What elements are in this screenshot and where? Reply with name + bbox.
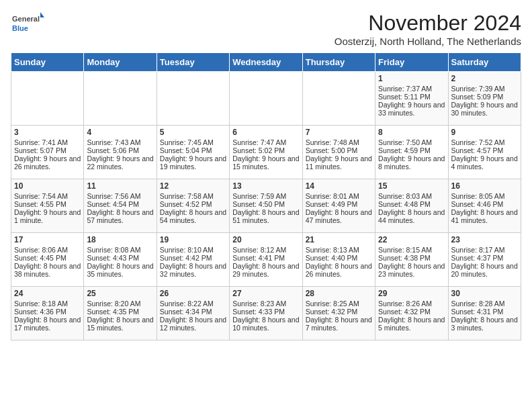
day-info-line: Sunset: 4:43 PM (87, 254, 153, 262)
day-info-line: Daylight: 8 hours and 38 minutes. (14, 262, 81, 278)
day-info-line: Sunset: 4:40 PM (306, 254, 372, 262)
day-info-line: Daylight: 8 hours and 41 minutes. (451, 208, 518, 224)
day-number: 8 (378, 128, 445, 137)
day-number: 7 (306, 128, 372, 137)
day-number: 1 (378, 74, 445, 83)
day-number: 3 (14, 128, 81, 137)
day-info-line: Sunset: 5:00 PM (306, 146, 372, 154)
day-info-line: Sunset: 4:55 PM (14, 200, 81, 208)
day-info-line: Sunset: 4:33 PM (232, 308, 299, 316)
day-info-line: Sunrise: 8:10 AM (160, 246, 226, 254)
day-number: 18 (87, 235, 153, 244)
logo-svg: General Blue (11, 11, 44, 38)
day-info-line: Sunset: 4:34 PM (160, 308, 226, 316)
calendar-header-cell: Thursday (302, 53, 375, 72)
page-header: General Blue November 2024 Oosterzij, No… (11, 11, 521, 47)
day-info-line: Sunrise: 7:52 AM (451, 138, 518, 146)
day-info-line: Sunrise: 8:03 AM (378, 192, 445, 200)
day-number: 11 (87, 181, 153, 191)
day-info-line: Sunrise: 7:47 AM (232, 138, 299, 146)
day-number: 25 (87, 289, 153, 298)
day-info-line: Daylight: 9 hours and 19 minutes. (160, 154, 226, 171)
day-info-line: Sunset: 4:48 PM (378, 200, 445, 208)
day-info-line: Sunset: 5:02 PM (232, 146, 299, 154)
day-number: 4 (87, 128, 153, 137)
day-info-line: Sunset: 4:37 PM (451, 254, 518, 262)
day-info-line: Sunset: 4:54 PM (87, 200, 153, 208)
day-number: 12 (160, 181, 226, 191)
day-info-line: Sunrise: 7:50 AM (378, 138, 445, 146)
calendar-day-cell: 14Sunrise: 8:01 AMSunset: 4:49 PMDayligh… (302, 179, 375, 233)
day-info-line: Sunrise: 8:12 AM (232, 246, 299, 254)
calendar-week-row: 17Sunrise: 8:06 AMSunset: 4:45 PMDayligh… (11, 233, 521, 287)
day-info-line: Daylight: 8 hours and 54 minutes. (160, 208, 226, 224)
day-info-line: Sunrise: 7:41 AM (14, 138, 81, 146)
day-info-line: Sunrise: 8:13 AM (306, 246, 372, 254)
day-info-line: Daylight: 8 hours and 7 minutes. (306, 316, 372, 332)
day-info-line: Daylight: 8 hours and 10 minutes. (232, 316, 299, 332)
calendar-day-cell: 7Sunrise: 7:48 AMSunset: 5:00 PMDaylight… (302, 126, 375, 179)
day-info-line: Sunset: 4:42 PM (160, 254, 226, 262)
day-info-line: Daylight: 8 hours and 5 minutes. (378, 316, 445, 332)
calendar-day-cell: 17Sunrise: 8:06 AMSunset: 4:45 PMDayligh… (11, 233, 84, 287)
day-info-line: Sunrise: 7:48 AM (306, 138, 372, 146)
calendar-week-row: 3Sunrise: 7:41 AMSunset: 5:07 PMDaylight… (11, 126, 521, 179)
title-block: November 2024 Oosterzij, North Holland, … (335, 11, 521, 47)
day-info-line: Sunrise: 8:20 AM (87, 300, 153, 308)
calendar-day-cell: 20Sunrise: 8:12 AMSunset: 4:41 PMDayligh… (230, 233, 302, 287)
day-info-line: Daylight: 8 hours and 29 minutes. (232, 262, 299, 278)
day-info-line: Sunset: 5:04 PM (160, 146, 226, 154)
day-info-line: Sunrise: 8:15 AM (378, 246, 445, 254)
calendar-week-row: 1Sunrise: 7:37 AMSunset: 5:11 PMDaylight… (11, 72, 521, 126)
calendar-day-cell: 25Sunrise: 8:20 AMSunset: 4:35 PMDayligh… (84, 287, 157, 340)
day-info-line: Sunrise: 7:43 AM (87, 138, 153, 146)
calendar-day-cell: 8Sunrise: 7:50 AMSunset: 4:59 PMDaylight… (375, 126, 448, 179)
month-title: November 2024 (335, 11, 521, 36)
calendar-day-cell: 30Sunrise: 8:28 AMSunset: 4:31 PMDayligh… (448, 287, 521, 340)
calendar-week-row: 10Sunrise: 7:54 AMSunset: 4:55 PMDayligh… (11, 179, 521, 233)
calendar-table: SundayMondayTuesdayWednesdayThursdayFrid… (11, 52, 521, 340)
day-number: 17 (14, 235, 81, 244)
day-info-line: Daylight: 8 hours and 47 minutes. (306, 208, 372, 224)
calendar-header-cell: Friday (375, 53, 448, 72)
calendar-day-cell: 15Sunrise: 8:03 AMSunset: 4:48 PMDayligh… (375, 179, 448, 233)
day-info-line: Daylight: 8 hours and 51 minutes. (232, 208, 299, 224)
day-number: 15 (378, 181, 445, 191)
day-info-line: Sunset: 4:31 PM (451, 308, 518, 316)
svg-text:General: General (12, 15, 40, 23)
calendar-header-cell: Saturday (448, 53, 521, 72)
day-number: 19 (160, 235, 226, 244)
day-info-line: Daylight: 9 hours and 22 minutes. (87, 154, 153, 171)
day-number: 9 (451, 128, 518, 137)
day-info-line: Daylight: 9 hours and 8 minutes. (378, 154, 445, 171)
calendar-header-row: SundayMondayTuesdayWednesdayThursdayFrid… (11, 53, 521, 72)
day-info-line: Sunrise: 7:54 AM (14, 192, 81, 200)
day-number: 16 (451, 181, 518, 191)
calendar-day-cell: 5Sunrise: 7:45 AMSunset: 5:04 PMDaylight… (157, 126, 229, 179)
day-info-line: Daylight: 8 hours and 3 minutes. (451, 316, 518, 332)
day-info-line: Sunset: 4:45 PM (14, 254, 81, 262)
svg-text:Blue: Blue (12, 24, 28, 32)
calendar-day-cell: 24Sunrise: 8:18 AMSunset: 4:36 PMDayligh… (11, 287, 84, 340)
day-number: 22 (378, 235, 445, 244)
day-number: 2 (451, 74, 518, 83)
calendar-day-cell (84, 72, 157, 126)
day-info-line: Daylight: 8 hours and 35 minutes. (87, 262, 153, 278)
day-info-line: Daylight: 8 hours and 15 minutes. (87, 316, 153, 332)
day-info-line: Sunrise: 8:06 AM (14, 246, 81, 254)
day-info-line: Sunset: 4:46 PM (451, 200, 518, 208)
day-number: 30 (451, 289, 518, 298)
day-info-line: Sunrise: 8:01 AM (306, 192, 372, 200)
calendar-header-cell: Tuesday (157, 53, 229, 72)
day-info-line: Sunrise: 7:39 AM (451, 85, 518, 93)
day-number: 24 (14, 289, 81, 298)
location: Oosterzij, North Holland, The Netherland… (335, 36, 521, 47)
calendar-day-cell: 18Sunrise: 8:08 AMSunset: 4:43 PMDayligh… (84, 233, 157, 287)
calendar-body: 1Sunrise: 7:37 AMSunset: 5:11 PMDaylight… (11, 72, 521, 340)
day-number: 6 (232, 128, 299, 137)
day-info-line: Sunset: 4:52 PM (160, 200, 226, 208)
day-info-line: Daylight: 9 hours and 1 minute. (14, 208, 81, 224)
day-number: 27 (232, 289, 299, 298)
day-info-line: Sunset: 4:38 PM (378, 254, 445, 262)
day-info-line: Daylight: 9 hours and 15 minutes. (232, 154, 299, 171)
